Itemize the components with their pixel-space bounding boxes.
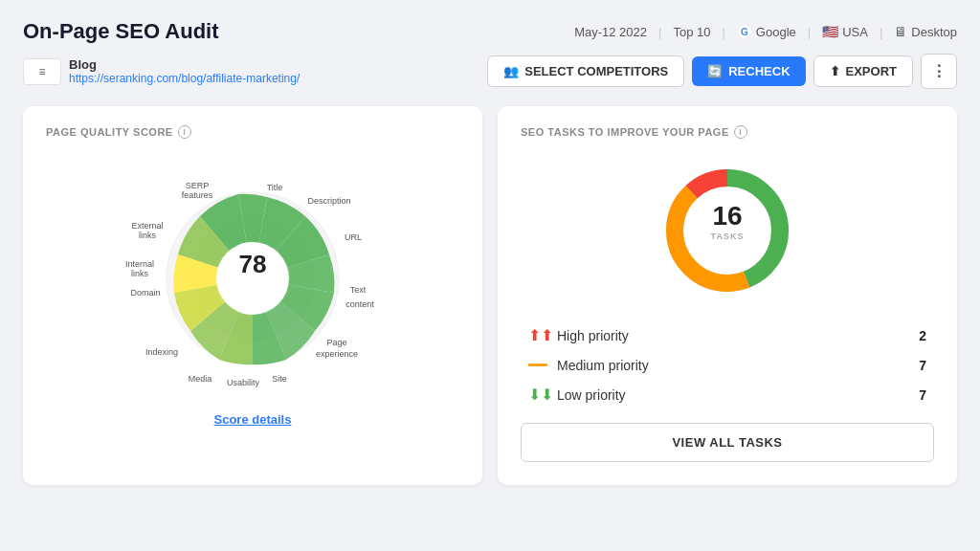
cards-row: PAGE QUALITY SCORE i [23,106,957,485]
svg-text:Media: Media [189,374,212,384]
meta-country: 🇺🇸 USA [822,24,868,39]
card-title-quality: PAGE QUALITY SCORE i [46,125,459,139]
meta-sep2: | [722,25,724,39]
svg-text:content: content [345,299,374,309]
svg-text:SERP: SERP [186,181,210,190]
refresh-icon: 🔄 [707,64,723,78]
priority-item-high: ⬆⬆ High priority 2 [528,326,926,344]
info-icon-quality[interactable]: i [178,125,191,139]
svg-text:78: 78 [239,250,267,278]
svg-text:Page: Page [326,338,346,347]
high-priority-icon: ⬆⬆ [528,326,547,344]
polar-chart-container: 78 Title Description URL Text content Pa… [46,154,459,403]
high-priority-label: High priority [557,328,909,343]
url-area: Blog https://seranking.com/blog/affiliat… [69,57,300,85]
people-icon: 👥 [503,64,519,78]
card-title-tasks: SEO TASKS TO IMPROVE YOUR PAGE i [521,125,934,139]
svg-text:Usability: Usability [227,378,260,387]
high-priority-count: 2 [919,328,926,343]
svg-text:links: links [131,269,149,278]
medium-priority-count: 7 [919,358,926,373]
breadcrumb-area: ≡ Blog https://seranking.com/blog/affili… [23,57,300,85]
priority-list: ⬆⬆ High priority 2 ━━ Medium priority 7 … [521,326,934,404]
upload-icon: ⬆ [830,64,840,78]
select-competitors-button[interactable]: 👥 SELECT COMPETITORS [487,55,684,87]
breadcrumb-box: ≡ [23,58,61,85]
svg-text:features: features [182,190,213,200]
meta-sep1: | [658,25,661,39]
header-meta: May-12 2022 | Top 10 | G Google | 🇺🇸 USA… [574,24,957,39]
svg-text:Domain: Domain [130,288,160,298]
flag-icon: 🇺🇸 [822,24,838,39]
svg-text:URL: URL [345,232,362,242]
priority-item-low: ⬇⬇ Low priority 7 [528,386,926,404]
page-title: On-Page SEO Audit [23,19,219,44]
donut-chart-container: 16 TASKS 16 TASKS [521,154,934,307]
polar-chart-svg: 78 Title Description URL Text content Pa… [119,154,387,403]
priority-item-medium: ━━ Medium priority 7 [528,356,926,374]
meta-sep4: | [880,25,882,39]
meta-date: May-12 2022 [574,25,647,39]
recheck-button[interactable]: 🔄 RECHECK [692,56,805,86]
svg-text:External: External [131,221,163,231]
export-button[interactable]: ⬆ EXPORT [813,55,913,87]
low-priority-icon: ⬇⬇ [528,386,547,404]
svg-text:16: 16 [712,201,742,231]
more-options-button[interactable]: ⋮ [921,54,957,89]
svg-text:Internal: Internal [125,259,154,269]
meta-device: 🖥 Desktop [894,24,957,39]
donut-chart-svg: 16 TASKS [651,154,804,307]
score-details-link[interactable]: Score details [46,410,459,428]
meta-top: Top 10 [673,25,710,39]
action-buttons: 👥 SELECT COMPETITORS 🔄 RECHECK ⬆ EXPORT … [487,54,957,89]
meta-sep3: | [808,25,811,39]
svg-text:Site: Site [272,374,287,384]
medium-priority-label: Medium priority [557,358,909,373]
page-quality-card: PAGE QUALITY SCORE i [23,106,482,485]
seo-tasks-card: SEO TASKS TO IMPROVE YOUR PAGE i [498,106,957,485]
low-priority-label: Low priority [557,387,909,403]
meta-engine: G Google [737,24,796,39]
svg-text:Text: Text [350,285,367,295]
svg-text:Title: Title [267,183,283,192]
desktop-icon: 🖥 [894,24,907,39]
url-label: Blog [69,57,300,72]
url-link[interactable]: https://seranking.com/blog/affiliate-mar… [69,72,300,85]
svg-text:Indexing: Indexing [145,347,178,357]
medium-priority-icon: ━━ [528,356,547,374]
info-icon-tasks[interactable]: i [734,125,747,139]
svg-text:experience: experience [316,349,358,359]
view-all-tasks-button[interactable]: VIEW ALL TASKS [521,423,934,462]
low-priority-count: 7 [919,387,926,403]
svg-text:links: links [139,231,157,240]
svg-text:Description: Description [307,196,350,206]
google-icon: G [737,24,752,39]
svg-text:TASKS: TASKS [711,231,745,241]
